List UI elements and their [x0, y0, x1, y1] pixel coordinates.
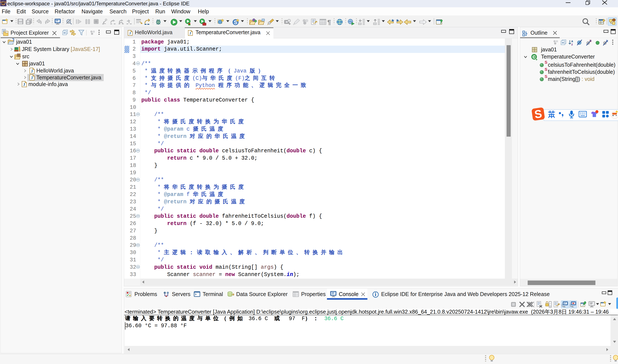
svg-text:IDE: IDE	[2, 3, 5, 5]
svg-text:Java EE: Java EE	[0, 1, 6, 3]
svg-text:J: J	[189, 31, 191, 35]
svg-text:J: J	[31, 69, 33, 73]
svg-text:a: a	[571, 39, 573, 43]
svg-text:z: z	[571, 43, 573, 46]
svg-text:J: J	[23, 82, 25, 87]
svg-text:J: J	[129, 31, 131, 35]
svg-text:C: C	[533, 55, 536, 59]
svg-text:J: J	[31, 76, 33, 80]
